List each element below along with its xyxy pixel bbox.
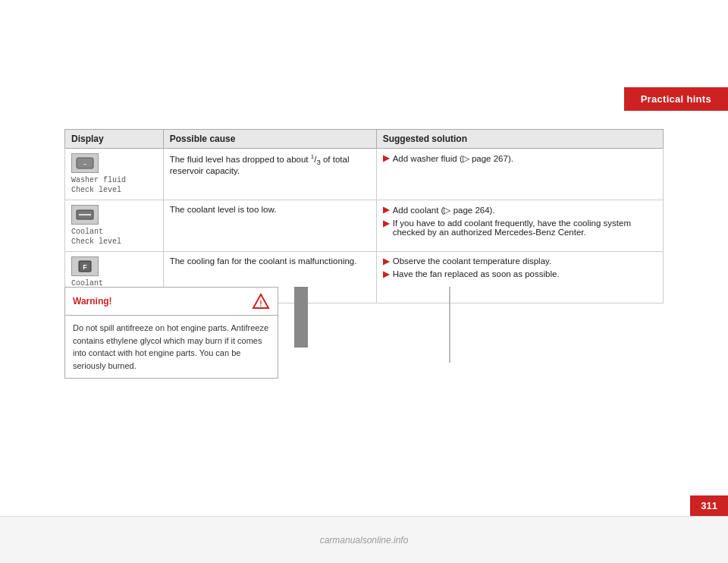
coolant-check-icon xyxy=(71,205,99,225)
section-tab: Practical hints xyxy=(624,87,728,111)
cause-cell-1: The fluid level has dropped to about 1/3… xyxy=(163,149,376,200)
watermark-text: carmanualsonline.info xyxy=(320,535,409,546)
col-header-cause: Possible cause xyxy=(163,130,376,149)
solution-text: Add washer fluid (▷ page 267). xyxy=(393,153,657,164)
bullet-arrow-icon: ▶ xyxy=(383,256,389,266)
icon-label: Washer fluidCheck level xyxy=(71,175,126,195)
solution-cell-1: ▶ Add washer fluid (▷ page 267). xyxy=(376,149,663,200)
warning-box: Warning! ! Do not spill antifreeze on ho… xyxy=(64,287,278,379)
display-cell: ~ Washer fluidCheck level xyxy=(65,149,164,200)
solution-text: Have the fan replaced as soon as possibl… xyxy=(393,269,657,278)
bullet-arrow-icon: ▶ xyxy=(383,205,389,215)
warning-body: Do not spill antifreeze on hot engine pa… xyxy=(65,316,278,378)
vertical-divider xyxy=(449,287,450,363)
solution-text: Add coolant (▷ page 264). xyxy=(393,205,657,215)
footer-area: carmanualsonline.info xyxy=(0,516,728,563)
bullet-arrow-icon: ▶ xyxy=(383,219,389,228)
content-area: Display Possible cause Suggested solutio… xyxy=(64,129,664,304)
display-cell: CoolantCheck level xyxy=(65,200,164,252)
icon-label: CoolantCheck level xyxy=(71,227,121,247)
svg-text:!: ! xyxy=(259,300,262,308)
solution-cell-2: ▶ Add coolant (▷ page 264). ▶ If you hav… xyxy=(376,200,663,252)
coolant-workshop-icon: F xyxy=(71,256,99,276)
table-row: ~ Washer fluidCheck level The fluid leve… xyxy=(65,149,664,200)
solution-item: ▶ If you have to add coolant frequently,… xyxy=(383,219,657,237)
solution-item: ▶ Add washer fluid (▷ page 267). xyxy=(383,153,657,164)
solution-text: Observe the coolant temperature display. xyxy=(393,256,657,266)
warning-title: Warning! xyxy=(73,296,112,307)
table-row: CoolantCheck level The coolant level is … xyxy=(65,200,664,252)
svg-text:F: F xyxy=(83,263,87,271)
cause-cell-2: The coolant level is too low. xyxy=(163,200,376,252)
icon-cell: ~ Washer fluidCheck level xyxy=(71,153,157,195)
solution-item: ▶ Have the fan replaced as soon as possi… xyxy=(383,269,657,279)
solution-text: If you have to add coolant frequently, h… xyxy=(393,219,657,237)
solution-item: ▶ Add coolant (▷ page 264). xyxy=(383,205,657,215)
warning-triangle-icon: ! xyxy=(252,292,270,310)
col-header-solution: Suggested solution xyxy=(376,130,663,149)
warning-header: Warning! ! xyxy=(65,288,278,316)
bullet-arrow-icon: ▶ xyxy=(383,153,389,163)
icon-cell: CoolantCheck level xyxy=(71,205,157,247)
solution-cell-3: ▶ Observe the coolant temperature displa… xyxy=(376,252,663,304)
svg-text:~: ~ xyxy=(83,162,86,167)
solution-item: ▶ Observe the coolant temperature displa… xyxy=(383,256,657,266)
col-header-display: Display xyxy=(65,130,164,149)
washer-fluid-icon: ~ xyxy=(71,153,99,173)
gray-accent-block xyxy=(294,287,308,348)
bullet-arrow-icon: ▶ xyxy=(383,269,389,279)
page-number: 311 xyxy=(690,495,728,516)
info-table: Display Possible cause Suggested solutio… xyxy=(64,129,664,304)
